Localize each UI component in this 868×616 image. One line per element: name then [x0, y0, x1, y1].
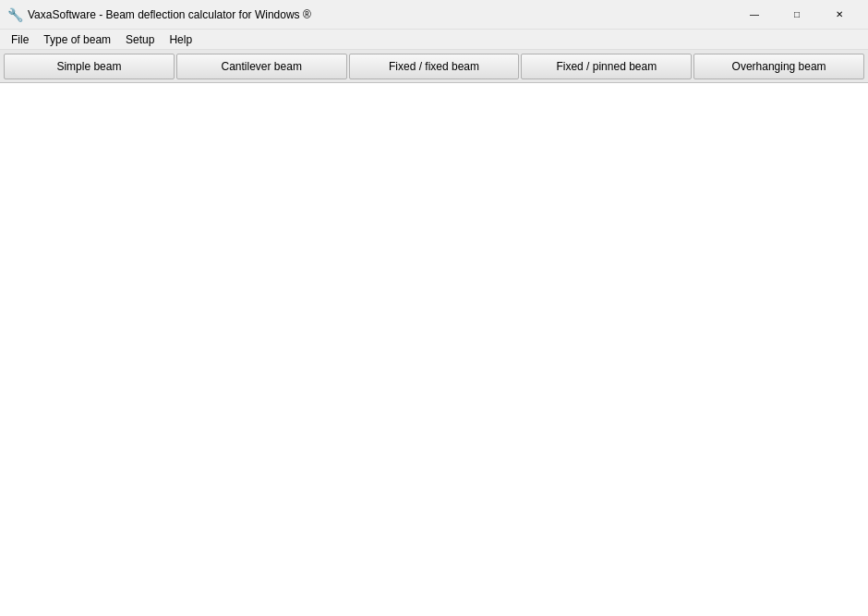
menu-bar: File Type of beam Setup Help: [0, 30, 868, 50]
simple-beam-button[interactable]: Simple beam: [4, 54, 175, 79]
menu-help[interactable]: Help: [162, 30, 199, 50]
maximize-button[interactable]: □: [776, 0, 818, 30]
title-bar: 🔧 VaxaSoftware - Beam deflection calcula…: [0, 0, 868, 30]
fixed-fixed-beam-button[interactable]: Fixed / fixed beam: [349, 54, 520, 79]
overhanging-beam-button[interactable]: Overhanging beam: [693, 54, 864, 79]
beam-type-toolbar: Simple beam Cantilever beam Fixed / fixe…: [0, 50, 868, 83]
fixed-pinned-beam-button[interactable]: Fixed / pinned beam: [521, 54, 692, 79]
title-bar-text: VaxaSoftware - Beam deflection calculato…: [28, 8, 311, 21]
cantilever-beam-button[interactable]: Cantilever beam: [176, 54, 347, 79]
menu-type-of-beam[interactable]: Type of beam: [36, 30, 118, 50]
main-content-area: [0, 83, 868, 616]
close-button[interactable]: ✕: [818, 0, 861, 30]
title-bar-left: 🔧 VaxaSoftware - Beam deflection calcula…: [7, 7, 311, 22]
menu-setup[interactable]: Setup: [118, 30, 162, 50]
menu-file[interactable]: File: [4, 30, 36, 50]
app-icon: 🔧: [7, 7, 22, 22]
title-bar-controls: — □ ✕: [733, 0, 861, 30]
minimize-button[interactable]: —: [733, 0, 776, 30]
